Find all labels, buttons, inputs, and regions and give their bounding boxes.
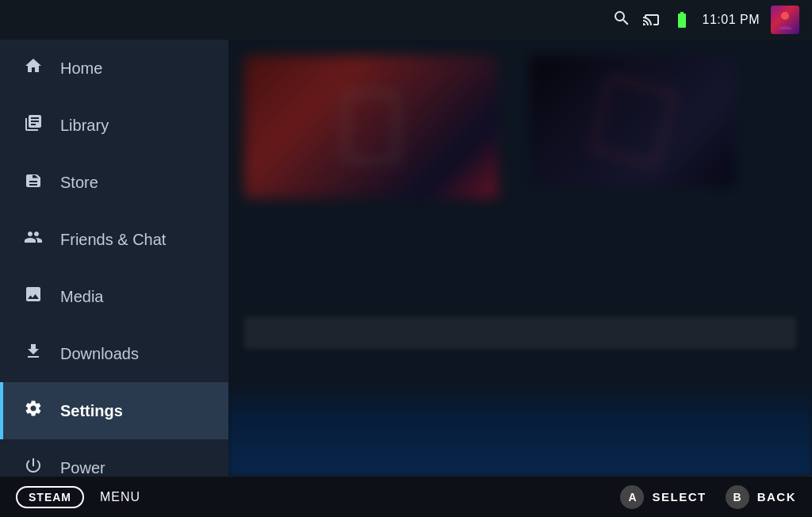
steam-button[interactable]: STEAM	[16, 486, 84, 508]
game-card-1	[244, 56, 498, 198]
battery-icon	[672, 10, 691, 29]
bottom-bar: STEAM MENU A SELECT B BACK	[0, 476, 812, 517]
select-label: SELECT	[652, 490, 706, 504]
back-label: BACK	[757, 490, 796, 504]
back-action[interactable]: B BACK	[726, 485, 796, 509]
game-card-2	[530, 56, 736, 186]
sidebar-item-home[interactable]: Home	[0, 40, 228, 97]
bottom-section	[228, 381, 812, 476]
store-icon	[22, 170, 44, 194]
sidebar-item-friends[interactable]: Friends & Chat	[0, 211, 228, 268]
cast-icon[interactable]	[642, 9, 661, 32]
b-button[interactable]: B	[726, 485, 749, 509]
a-button[interactable]: A	[620, 485, 644, 509]
settings-icon	[22, 399, 44, 423]
sidebar-item-store[interactable]: Store	[0, 154, 228, 211]
sidebar-item-settings[interactable]: Settings	[0, 382, 228, 439]
select-action[interactable]: A SELECT	[620, 485, 706, 509]
sidebar-item-library[interactable]: Library	[0, 97, 228, 154]
main-content	[228, 40, 812, 476]
downloads-icon	[22, 342, 44, 366]
bottom-actions: A SELECT B BACK	[620, 485, 796, 509]
text-overlay	[244, 317, 796, 349]
menu-label: MENU	[100, 490, 140, 504]
friends-icon	[22, 228, 44, 251]
content-area	[228, 40, 812, 476]
media-icon	[22, 285, 44, 308]
clock-display: 11:01 PM	[703, 13, 760, 27]
sidebar-item-downloads[interactable]: Downloads	[0, 325, 228, 382]
sidebar-item-media[interactable]: Media	[0, 268, 228, 325]
sidebar: Home Library Store Friends & Chat Media …	[0, 40, 228, 476]
home-icon	[22, 56, 44, 80]
svg-point-1	[781, 12, 789, 20]
avatar[interactable]	[771, 6, 799, 34]
top-bar: 11:01 PM	[0, 0, 812, 40]
library-icon	[22, 113, 44, 137]
search-icon[interactable]	[612, 9, 631, 32]
